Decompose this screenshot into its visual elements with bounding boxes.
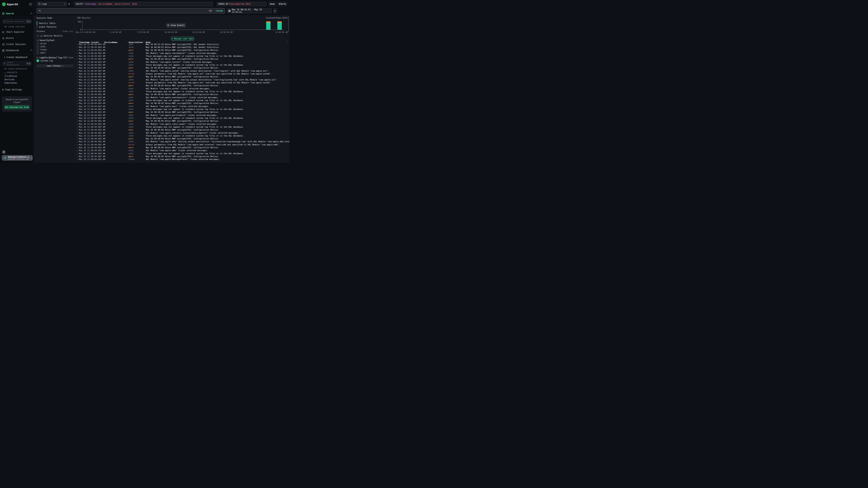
table-row[interactable]: May 16 11:38:40.683 AMinfoASL Module "co… <box>76 78 289 81</box>
row-expand-chevron[interactable] <box>76 117 79 119</box>
checkbox-checked[interactable] <box>36 60 39 62</box>
column-resize-handle[interactable] <box>102 41 103 42</box>
user-menu[interactable]: D demos@clickhouse.com demos@clickhouse.… <box>2 155 33 161</box>
less-filters-button[interactable]: Less filters <box>36 64 73 67</box>
checkbox[interactable] <box>36 52 39 54</box>
table-row[interactable]: May 16 11:38:40.683 AMinfoThose messages… <box>76 125 289 128</box>
table-row[interactable]: May 16 11:38:40.683 AMwarnMay 16 00:30:0… <box>76 75 289 78</box>
table-row[interactable]: May 16 11:38:40.683 AMwarnMay 16 00:30:0… <box>76 155 289 158</box>
table-row[interactable]: May 16 11:38:40.683 AMerrorOutput parame… <box>76 72 289 75</box>
resume-live-tail-button[interactable]: Resume Live Tail <box>171 37 194 41</box>
table-row[interactable]: May 16 11:38:40.683 AMinfoThose messages… <box>76 90 289 93</box>
row-expand-chevron[interactable] <box>76 93 79 96</box>
clear-all-link[interactable]: Clear all <box>62 30 73 33</box>
row-expand-chevron[interactable] <box>76 43 79 45</box>
row-expand-chevron[interactable] <box>76 143 79 146</box>
row-expand-chevron[interactable] <box>76 85 79 87</box>
date-range-picker[interactable]: May 16 08:41:51 - May 16 11:41:51 <box>226 8 272 13</box>
table-row[interactable]: May 16 11:38:40.683 AMinfoThose messages… <box>76 117 289 120</box>
table-row[interactable]: May 16 11:38:40.683 AMwarnMay 16 00:30:0… <box>76 129 289 131</box>
row-expand-chevron[interactable] <box>76 155 79 158</box>
row-expand-chevron[interactable] <box>76 111 79 113</box>
table-row[interactable]: May 16 11:38:40.683 AMinfoThose messages… <box>76 63 289 66</box>
row-expand-chevron[interactable] <box>76 99 79 102</box>
row-expand-chevron[interactable] <box>76 132 79 134</box>
presets-toggle[interactable]: PRESETS <box>4 71 18 74</box>
row-expand-chevron[interactable] <box>76 102 79 104</box>
table-row[interactable]: May 16 11:38:40.683 AMinfoASL Module "co… <box>76 105 289 108</box>
row-expand-chevron[interactable] <box>76 82 79 84</box>
table-row[interactable]: May 16 11:38:40.683 AMinfoThose messages… <box>76 99 289 102</box>
language-toggle-lucene[interactable]: Lucene <box>216 9 223 12</box>
row-expand-chevron[interactable] <box>76 105 79 107</box>
preset-kubernetes[interactable]: Kubernetes <box>4 82 17 84</box>
checkbox[interactable] <box>36 45 39 48</box>
table-row[interactable]: May 16 11:38:40.683 AMinfoASL Module "co… <box>76 114 289 117</box>
table-row[interactable]: May 16 11:38:40.683 AMwarnMay 16 00:30:0… <box>76 146 289 149</box>
sidebar-collapse-icon[interactable] <box>29 3 32 5</box>
help-button[interactable]: ? <box>2 150 6 154</box>
sidebar-item-team-settings[interactable]: ⚙ Team Settings <box>2 88 32 91</box>
table-row[interactable]: May 16 11:38:40.683 AMinfoMay 16 00:06:0… <box>76 46 289 48</box>
table-row[interactable]: May 16 11:38:40.683 AMwarnMay 16 00:30:0… <box>76 49 289 52</box>
table-row[interactable]: May 16 11:38:40.683 AMwarnMay 16 00:30:0… <box>76 111 289 114</box>
row-expand-chevron[interactable] <box>76 152 79 155</box>
column-resize-handle[interactable] <box>144 41 144 42</box>
checkbox[interactable] <box>36 35 39 37</box>
row-expand-chevron[interactable] <box>76 61 79 63</box>
sidebar-item-search[interactable]: Search <box>2 12 32 15</box>
row-expand-chevron[interactable] <box>76 129 79 131</box>
table-row[interactable]: May 16 11:38:40.683 AMinfoASL Module "co… <box>76 123 289 125</box>
row-expand-chevron[interactable] <box>76 52 79 55</box>
filter-option-error[interactable]: error <box>36 42 74 45</box>
preset-services[interactable]: Services <box>4 78 14 81</box>
table-row[interactable]: May 16 11:38:40.683 AMwarnMay 16 00:30:0… <box>76 102 289 105</box>
filter-option-info[interactable]: info <box>36 45 74 48</box>
scrollbar-thumb[interactable] <box>288 16 289 32</box>
sidebar-item-alerts[interactable]: Alerts <box>2 37 32 39</box>
filter-option-system-log[interactable]: system.log <box>36 60 74 62</box>
table-row[interactable]: May 16 11:38:40.683 AMinfoThose messages… <box>76 134 289 137</box>
row-expand-chevron[interactable] <box>76 147 79 149</box>
filter-option-trace[interactable]: trace <box>36 48 74 51</box>
checkbox[interactable] <box>36 42 39 45</box>
row-expand-chevron[interactable] <box>76 137 79 140</box>
sidebar-item-dashboards[interactable]: Dashboards <box>2 49 32 52</box>
column-resize-handle[interactable] <box>127 41 127 42</box>
filter-option-warn[interactable]: warn <box>36 52 74 54</box>
row-expand-chevron[interactable] <box>76 70 79 72</box>
saved-searches-input[interactable]: Saved Searches ⌘ K <box>2 19 32 24</box>
search-query-input[interactable]: * SQL | Lucene <box>37 8 225 13</box>
row-expand-chevron[interactable] <box>76 55 79 57</box>
row-expand-chevron[interactable] <box>76 73 79 75</box>
save-button[interactable]: Save <box>268 2 276 6</box>
alerts-button[interactable]: Alerts <box>278 2 287 6</box>
row-expand-chevron[interactable] <box>76 90 79 93</box>
row-expand-chevron[interactable] <box>76 64 79 66</box>
source-select[interactable]: Logs <box>37 2 67 6</box>
table-row[interactable]: May 16 11:38:40.683 AMwarnMay 16 00:30:0… <box>76 137 289 140</box>
run-query-button[interactable] <box>273 8 277 13</box>
row-expand-chevron[interactable] <box>76 96 79 99</box>
table-row[interactable]: May 16 11:38:40.683 AMinfoASL Module "co… <box>76 87 289 90</box>
row-expand-chevron[interactable] <box>76 46 79 48</box>
row-expand-chevron[interactable] <box>76 108 79 110</box>
saved-dashboards-input[interactable]: Saved Dashboards ⌘ K <box>2 61 32 66</box>
row-expand-chevron[interactable] <box>76 149 79 152</box>
table-row[interactable]: May 16 11:38:40.683 AMinfoMay 16 00:21:1… <box>76 43 289 46</box>
table-row[interactable]: May 16 11:38:40.683 AMwarnMay 16 00:30:0… <box>76 66 289 69</box>
table-row[interactable]: May 16 11:38:40.683 AMwarnMay 16 00:30:0… <box>76 93 289 96</box>
table-row[interactable]: May 16 11:38:40.683 AMinfoASL Module "co… <box>76 131 289 134</box>
table-row[interactable]: May 16 11:38:40.683 AMinfoASL Module "co… <box>76 52 289 55</box>
row-expand-chevron[interactable] <box>76 67 79 69</box>
clear-group-link[interactable]: Clear <box>67 56 74 59</box>
tab-event-patterns[interactable]: Event Patterns <box>39 26 57 28</box>
table-row[interactable]: May 16 11:38:40.683 AMerrorOutput parame… <box>76 143 289 146</box>
language-toggle-sql[interactable]: SQL <box>209 9 213 12</box>
order-by-input[interactable]: ORDER BY TimestampTime DESC <box>217 2 267 6</box>
sidebar-item-client-sessions[interactable]: Client Sessions <box>2 43 32 45</box>
chart-bar[interactable] <box>266 21 271 30</box>
chart-bar[interactable] <box>277 21 282 30</box>
source-settings-gear-icon[interactable]: ⚙ <box>68 2 70 5</box>
row-expand-chevron[interactable] <box>76 49 79 51</box>
